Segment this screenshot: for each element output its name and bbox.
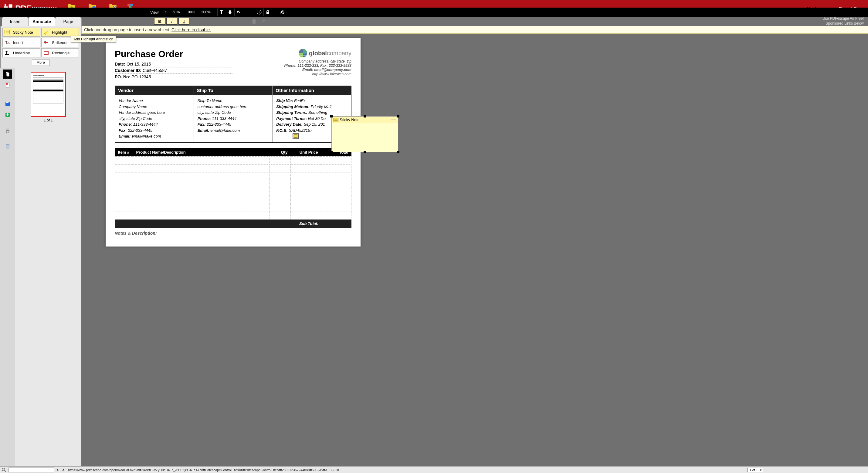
zoom-200[interactable]: 200% bbox=[201, 10, 211, 14]
svg-line-34 bbox=[5, 470, 6, 471]
note-minimize[interactable]: — bbox=[391, 117, 396, 123]
tool-underline[interactable]: T Underline bbox=[2, 48, 40, 57]
gear-icon[interactable] bbox=[278, 8, 286, 16]
search-icon[interactable] bbox=[2, 468, 6, 472]
svg-point-11 bbox=[281, 11, 283, 13]
sticky-note-popup[interactable]: Sticky Note — bbox=[332, 116, 398, 152]
format-bar: B I U Use PDFescape Ad Free!Sponsored Li… bbox=[81, 17, 868, 26]
disable-hint-link[interactable]: Click here to disable. bbox=[172, 27, 211, 32]
text-cursor-icon[interactable] bbox=[217, 8, 226, 16]
annotation-panel: Sticky Note Highlight Add Highlight Anno… bbox=[0, 26, 81, 68]
pages-icon[interactable] bbox=[3, 69, 12, 79]
svg-text:i: i bbox=[259, 11, 260, 14]
sticky-note-icon bbox=[5, 29, 10, 35]
resize-handle[interactable] bbox=[330, 151, 333, 153]
tool-insert-text[interactable]: T Insert bbox=[2, 38, 40, 47]
tool-tabs: Insert Annotate Page bbox=[0, 17, 81, 26]
tool-rectangle[interactable]: Rectangle bbox=[41, 48, 79, 57]
zoom-fit[interactable]: Fit bbox=[162, 10, 166, 14]
page-select[interactable]: 1 of 1 bbox=[747, 468, 763, 472]
more-tools-button[interactable]: More bbox=[32, 59, 49, 66]
resize-handle[interactable] bbox=[330, 115, 333, 117]
wrench-icon[interactable] bbox=[260, 19, 266, 24]
svg-text:T: T bbox=[5, 40, 8, 45]
sticky-note-marker[interactable] bbox=[292, 133, 299, 139]
view-label: View bbox=[150, 10, 159, 14]
items-table: Item # Product Name/Description Qty Unit… bbox=[115, 148, 351, 228]
top-bar: PDFescape Upload Load URL Recent Share M… bbox=[0, 0, 868, 17]
status-url: https://www.pdfescape.com/open/RadPdf.ax… bbox=[68, 468, 339, 472]
print-icon[interactable] bbox=[3, 126, 12, 135]
svg-point-5 bbox=[127, 3, 130, 6]
thumbnail-preview: Purchase Order bbox=[32, 73, 65, 116]
zoom-options: Fit 50% 100% 200% bbox=[162, 10, 211, 14]
view-toolbar: View Fit 50% 100% 200% i bbox=[0, 8, 868, 17]
next-page[interactable]: > bbox=[62, 468, 64, 472]
zoom-50[interactable]: 50% bbox=[173, 10, 180, 14]
tab-page[interactable]: Page bbox=[55, 17, 82, 26]
globe-icon bbox=[299, 49, 307, 57]
hand-icon[interactable] bbox=[226, 8, 234, 16]
underline-button[interactable]: U bbox=[179, 18, 189, 25]
prev-page[interactable]: < bbox=[57, 468, 59, 472]
insert-text-icon: T bbox=[5, 40, 10, 45]
note-icon bbox=[334, 118, 338, 122]
info-boxes: VendorVendor NameCompany NameVendor addr… bbox=[115, 86, 351, 143]
thumbnail-label: 1 of 1 bbox=[44, 118, 53, 122]
ad-text: Use PDFescape Ad Free!Sponsored Links Be… bbox=[823, 17, 868, 26]
svg-text:T: T bbox=[5, 50, 8, 55]
resize-handle[interactable] bbox=[364, 151, 366, 153]
lock-icon[interactable] bbox=[264, 8, 272, 16]
save-icon[interactable] bbox=[3, 99, 12, 108]
search-input[interactable] bbox=[8, 468, 54, 472]
side-nav-strip bbox=[0, 68, 15, 466]
svg-rect-2 bbox=[5, 4, 6, 6]
highlight-icon bbox=[43, 29, 49, 35]
resize-handle[interactable] bbox=[397, 151, 399, 153]
hint-bar: Click and drag on page to insert a new o… bbox=[81, 26, 868, 34]
company-block: globalcompany Company address, city stat… bbox=[284, 49, 351, 76]
page-view-icon[interactable] bbox=[3, 142, 12, 151]
strikeout-icon: T bbox=[43, 40, 49, 45]
bookmark-icon[interactable] bbox=[3, 81, 12, 90]
status-bar: < > https://www.pdfescape.com/open/RadPd… bbox=[0, 466, 868, 473]
italic-button[interactable]: I bbox=[166, 18, 177, 25]
note-header[interactable]: Sticky Note — bbox=[332, 117, 398, 123]
tab-insert[interactable]: Insert bbox=[2, 17, 29, 26]
thumbnail-panel: Purchase Order 1 of 1 bbox=[15, 68, 81, 466]
svg-point-6 bbox=[130, 3, 133, 6]
tab-annotate[interactable]: Annotate bbox=[28, 17, 55, 26]
rectangle-icon bbox=[43, 50, 49, 56]
zoom-100[interactable]: 100% bbox=[186, 10, 195, 14]
pdf-page[interactable]: Purchase Order Date:Oct 15, 2015 Custome… bbox=[105, 38, 361, 246]
document-viewport[interactable]: Click and drag on page to insert a new o… bbox=[81, 26, 868, 466]
download-icon[interactable] bbox=[3, 110, 12, 119]
highlight-tooltip: Add Highlight Annotation bbox=[71, 36, 116, 42]
notes-heading: Notes & Description: bbox=[115, 231, 351, 236]
svg-point-33 bbox=[2, 468, 5, 471]
secondary-bar: Insert Annotate Page B I U Use PDFescape… bbox=[0, 17, 868, 26]
svg-rect-32 bbox=[6, 145, 9, 148]
svg-rect-27 bbox=[8, 102, 8, 103]
page-thumbnail[interactable]: Purchase Order bbox=[31, 72, 66, 117]
svg-rect-31 bbox=[6, 131, 9, 133]
bold-button[interactable]: B bbox=[154, 18, 165, 25]
svg-rect-10 bbox=[267, 12, 269, 14]
resize-handle[interactable] bbox=[364, 115, 366, 117]
info-icon[interactable]: i bbox=[255, 8, 264, 16]
main-area: Sticky Note Highlight Add Highlight Anno… bbox=[0, 26, 868, 466]
undo-icon[interactable] bbox=[234, 8, 243, 16]
resize-handle[interactable] bbox=[397, 115, 399, 117]
tool-sticky-note[interactable]: Sticky Note bbox=[2, 28, 40, 37]
svg-rect-21 bbox=[44, 51, 48, 54]
svg-rect-23 bbox=[7, 73, 9, 77]
tool-highlight[interactable]: Highlight Add Highlight Annotation bbox=[41, 28, 79, 37]
trash-icon[interactable] bbox=[251, 19, 257, 24]
underline-icon: T bbox=[5, 50, 10, 56]
svg-rect-30 bbox=[6, 128, 9, 130]
